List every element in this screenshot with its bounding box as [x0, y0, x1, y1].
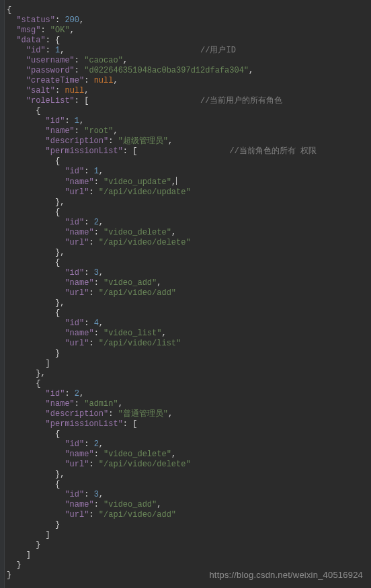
json-code-block: { "status": 200, "msg": "OK", "data": { … — [0, 0, 371, 586]
watermark-text: https://blog.csdn.net/weixin_40516924 — [209, 570, 363, 580]
editor-gutter — [0, 0, 5, 588]
